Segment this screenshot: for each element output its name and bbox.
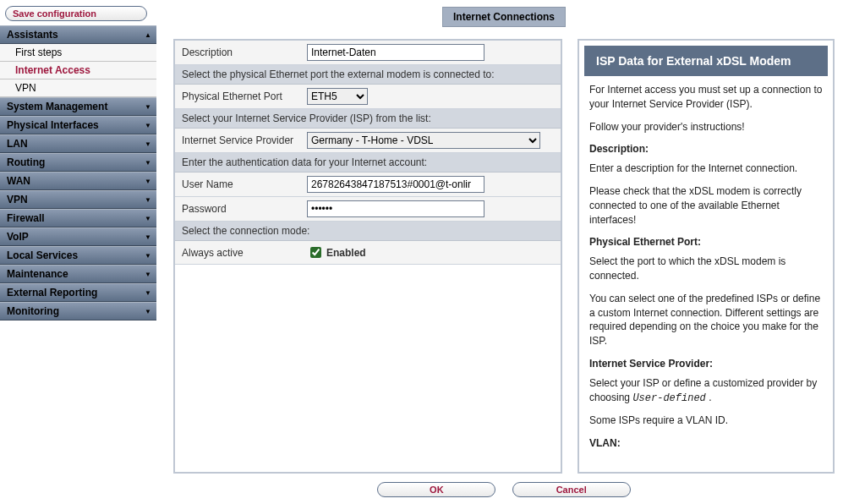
expand-icon: ▼ xyxy=(145,233,151,241)
page-title: Internet Connections xyxy=(442,7,566,27)
description-label: Description xyxy=(175,41,302,63)
hint-auth: Enter the authentication data for your I… xyxy=(175,153,561,173)
help-text: Please check that the xDSL modem is corr… xyxy=(589,184,823,227)
help-body: For Internet access you must set up a co… xyxy=(579,83,833,451)
nav-section-maintenance[interactable]: Maintenance▼ xyxy=(0,265,156,283)
help-panel: ISP Data for External xDSL Modem For Int… xyxy=(578,39,835,474)
nav-item-first-steps[interactable]: First steps xyxy=(0,44,156,62)
ethernet-port-select[interactable]: ETH5 xyxy=(307,88,368,105)
nav-label: VoIP xyxy=(7,231,29,243)
expand-icon: ▼ xyxy=(145,140,151,148)
help-term-port: Physical Ethernet Port: xyxy=(589,235,823,249)
nav-section-external-reporting[interactable]: External Reporting▼ xyxy=(0,283,156,302)
nav-item-vpn[interactable]: VPN xyxy=(0,79,156,97)
nav-label: Monitoring xyxy=(7,305,59,317)
nav-section-voip[interactable]: VoIP▼ xyxy=(0,227,156,246)
always-active-label: Always active xyxy=(175,242,302,264)
nav-label: Routing xyxy=(7,156,45,168)
help-title: ISP Data for External xDSL Modem xyxy=(584,46,828,76)
help-text: Select the port to which the xDSL modem … xyxy=(589,255,823,283)
help-text: Some ISPs require a VLAN ID. xyxy=(589,414,823,428)
nav-section-vpn[interactable]: VPN▼ xyxy=(0,190,156,209)
expand-icon: ▼ xyxy=(145,308,151,315)
help-term-isp: Internet Service Provider: xyxy=(589,357,823,371)
help-text: Follow your provider's instructions! xyxy=(589,120,823,134)
help-text: Enter a description for the Internet con… xyxy=(589,162,823,176)
expand-icon: ▼ xyxy=(145,196,151,204)
nav-label: WAN xyxy=(7,175,30,187)
cancel-button[interactable]: Cancel xyxy=(512,482,631,497)
main-content: Internet Connections Description Select … xyxy=(156,0,843,504)
enabled-checkbox-label: Enabled xyxy=(307,244,556,260)
nav-label: Firewall xyxy=(7,212,45,224)
nav-label: VPN xyxy=(7,194,28,205)
nav-label: Physical Interfaces xyxy=(7,119,99,131)
expand-icon: ▼ xyxy=(145,122,151,129)
help-term-vlan: VLAN: xyxy=(589,436,823,451)
sidebar: Save configuration Assistants ▲ First st… xyxy=(0,0,156,504)
help-text: Select your ISP or define a customized p… xyxy=(589,376,823,406)
nav-section-routing[interactable]: Routing▼ xyxy=(0,153,156,172)
expand-icon: ▼ xyxy=(145,215,151,222)
expand-icon: ▼ xyxy=(145,103,151,111)
nav-section-local-services[interactable]: Local Services▼ xyxy=(0,246,156,265)
expand-icon: ▼ xyxy=(145,271,151,278)
isp-label: Internet Service Provider xyxy=(175,129,302,151)
nav-section-physical-interfaces[interactable]: Physical Interfaces▼ xyxy=(0,116,156,134)
nav-section-lan[interactable]: LAN▼ xyxy=(0,134,156,153)
username-label: User Name xyxy=(175,173,302,195)
nav-item-internet-access[interactable]: Internet Access xyxy=(0,62,156,79)
help-text: You can select one of the predefined ISP… xyxy=(589,292,823,348)
enabled-text: Enabled xyxy=(326,247,366,259)
username-input[interactable] xyxy=(307,176,484,193)
help-text: For Internet access you must set up a co… xyxy=(589,83,823,112)
description-input[interactable] xyxy=(307,44,484,61)
hint-ethernet-port: Select the physical Ethernet port the ex… xyxy=(175,65,561,85)
nav-label: Maintenance xyxy=(7,268,68,280)
help-scroll-area[interactable]: ISP Data for External xDSL Modem For Int… xyxy=(579,41,833,472)
hint-isp: Select your Internet Service Provider (I… xyxy=(175,109,561,129)
ok-button[interactable]: OK xyxy=(377,482,495,497)
password-input[interactable] xyxy=(307,200,484,217)
expand-icon: ▼ xyxy=(145,252,151,260)
password-label: Password xyxy=(175,198,302,220)
nav-section-monitoring[interactable]: Monitoring▼ xyxy=(0,302,156,320)
nav-label: System Management xyxy=(7,101,107,112)
ethernet-port-label: Physical Ethernet Port xyxy=(175,85,302,107)
form-panel: Description Select the physical Ethernet… xyxy=(173,39,562,474)
expand-icon: ▼ xyxy=(145,289,151,297)
expand-icon: ▼ xyxy=(145,159,151,167)
help-term-description: Description: xyxy=(589,142,823,156)
nav-label: Local Services xyxy=(7,249,78,261)
button-bar: OK Cancel xyxy=(173,474,835,501)
nav-section-assistants[interactable]: Assistants ▲ xyxy=(0,25,156,44)
save-configuration-button[interactable]: Save configuration xyxy=(5,6,147,21)
nav-section-firewall[interactable]: Firewall▼ xyxy=(0,209,156,227)
nav-section-wan[interactable]: WAN▼ xyxy=(0,172,156,190)
nav-section-system-management[interactable]: System Management▼ xyxy=(0,97,156,116)
collapse-icon: ▲ xyxy=(145,31,151,39)
nav-label: LAN xyxy=(7,138,28,150)
enabled-checkbox[interactable] xyxy=(310,247,321,258)
nav-label: Assistants xyxy=(7,29,58,41)
expand-icon: ▼ xyxy=(145,178,151,185)
isp-select[interactable]: Germany - T-Home - VDSL xyxy=(307,132,540,149)
nav-label: External Reporting xyxy=(7,287,97,299)
hint-connection-mode: Select the connection mode: xyxy=(175,222,561,241)
